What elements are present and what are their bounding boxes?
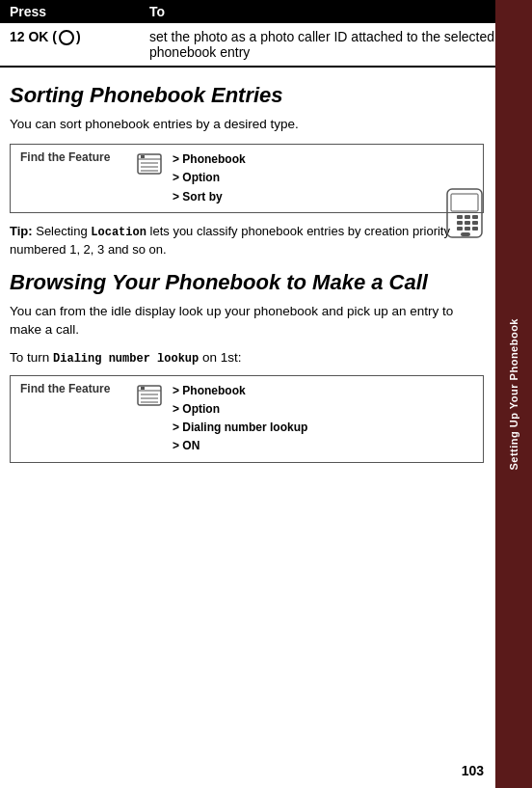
menu-icon-2 xyxy=(136,382,163,409)
step-2-4: > ON xyxy=(173,437,307,455)
find-feature-box-1: Find the Feature > Phonebook > Option > … xyxy=(10,144,484,213)
svg-rect-14 xyxy=(457,215,463,219)
sidebar: Setting Up Your Phonebook xyxy=(495,0,532,788)
svg-rect-23 xyxy=(461,232,470,236)
location-word: Location xyxy=(91,226,146,239)
tip-text: Tip: Selecting Location lets you classif… xyxy=(10,223,484,258)
header-table: Press To 12 OK () set the photo as a pho… xyxy=(0,0,532,68)
svg-rect-22 xyxy=(472,227,478,231)
svg-rect-8 xyxy=(141,387,145,390)
press-cell: 12 OK () xyxy=(0,23,140,67)
svg-rect-13 xyxy=(451,194,478,211)
find-feature-label-2: Find the Feature xyxy=(20,382,126,395)
action-cell: set the photo as a photo caller ID attac… xyxy=(140,23,532,67)
svg-rect-15 xyxy=(465,215,470,219)
find-feature-label-1: Find the Feature xyxy=(20,150,126,164)
step-2-1: > Phonebook xyxy=(173,382,307,400)
dialing-word: Dialing number lookup xyxy=(53,352,199,366)
menu-icon-1 xyxy=(136,150,163,177)
svg-rect-16 xyxy=(472,215,478,219)
find-feature-steps-2: > Phonebook > Option > Dialing number lo… xyxy=(173,382,307,456)
to-header: To xyxy=(140,0,532,23)
svg-rect-21 xyxy=(465,227,470,231)
find-feature-steps-1: > Phonebook > Option > Sort by xyxy=(173,150,246,206)
svg-rect-2 xyxy=(141,155,145,158)
step-2-2: > Option xyxy=(173,400,307,419)
ok-label: OK ( xyxy=(28,29,57,44)
sidebar-text: Setting Up Your Phonebook xyxy=(508,318,519,471)
find-feature-box-2: Find the Feature > Phonebook > Option > … xyxy=(10,375,484,463)
step-1-2: > Option xyxy=(173,169,246,187)
row-number: 12 xyxy=(10,29,25,44)
section1-body: You can sort phonebook entries by a desi… xyxy=(10,116,484,134)
svg-rect-17 xyxy=(457,221,463,225)
turn-on-text: To turn Dialing number lookup on 1st: xyxy=(10,349,484,367)
step-2-3: > Dialing number lookup xyxy=(173,419,307,437)
page-number: 103 xyxy=(462,763,484,778)
section1-title: Sorting Phonebook Entries xyxy=(10,83,484,108)
section2-body: You can from the idle display look up yo… xyxy=(10,303,484,340)
main-content: Sorting Phonebook Entries You can sort p… xyxy=(0,68,532,482)
tip-label: Tip: xyxy=(10,224,33,238)
table-row: 12 OK () set the photo as a photo caller… xyxy=(0,23,532,67)
step-1-1: > Phonebook xyxy=(173,150,246,169)
step-1-3: > Sort by xyxy=(173,188,246,206)
svg-rect-18 xyxy=(465,221,470,225)
circle-icon xyxy=(59,30,74,45)
svg-rect-20 xyxy=(457,227,463,231)
section2-title: Browsing Your Phonebook to Make a Call xyxy=(10,270,484,295)
phone-illustration xyxy=(443,188,490,241)
press-header: Press xyxy=(0,0,140,23)
svg-rect-19 xyxy=(472,221,478,225)
